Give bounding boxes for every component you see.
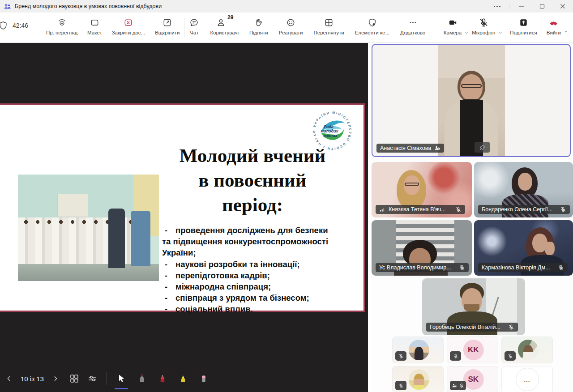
microphone-button[interactable]: Мікрофон	[472, 13, 495, 38]
mute-badge	[505, 351, 516, 361]
stop-sharing-button[interactable]: Закрити дос...	[112, 13, 145, 35]
mic-off-icon	[508, 324, 514, 330]
more-icon	[408, 17, 418, 28]
pointer-tool-button[interactable]	[116, 373, 127, 384]
participants-panel: Анастасія Сімахова Князєва Тетяна В'яч..…	[371, 43, 573, 392]
participants-button[interactable]: 29 Користувачі	[210, 13, 238, 35]
teams-meeting-window: Бренд молодого науковця в умовах повоєнн…	[0, 0, 573, 392]
avatar: SK	[463, 369, 483, 390]
participant-name-label: Кармазінова Вікторія Дм...	[478, 263, 568, 272]
chevron-down-icon[interactable]	[464, 13, 469, 38]
video-tile-spotlight[interactable]: Анастасія Сімахова	[372, 44, 571, 157]
view-icon	[324, 17, 334, 28]
mute-badge	[450, 381, 466, 390]
share-icon	[518, 17, 529, 28]
svg-text:молодих: молодих	[321, 129, 338, 133]
people-icon	[216, 17, 227, 28]
mini-tile[interactable]: KK	[447, 337, 498, 363]
active-tool-indicator	[115, 388, 128, 389]
window-controls	[487, 0, 573, 13]
react-button[interactable]: Реагувати	[279, 13, 303, 35]
meeting-toolbar: 42:46 Пр. перегляд Макет Закрити дос...	[0, 13, 573, 43]
video-tile[interactable]: Горобець Олексій Віталій...	[422, 278, 525, 335]
presenter-view-icon	[57, 17, 67, 28]
slide-controls-toolbar: 10 із 13	[5, 366, 209, 391]
mic-off-icon	[453, 354, 458, 359]
mini-tile[interactable]	[392, 366, 444, 392]
window-more-icon[interactable]	[487, 0, 507, 13]
unpin-icon	[162, 17, 172, 28]
slide-title: Молодий вчений в повоєнний період:	[147, 143, 358, 217]
participant-name-label: Ус Владислав Володимир...	[376, 263, 469, 272]
maximize-icon[interactable]	[532, 0, 552, 13]
raise-hand-button[interactable]: Підняти	[249, 13, 268, 35]
react-icon	[286, 17, 296, 28]
mic-off-icon	[459, 264, 465, 271]
overflow-indicator: ...	[516, 368, 539, 391]
eraser-tool-button[interactable]	[198, 373, 209, 384]
signal-icon	[379, 206, 385, 213]
powerpoint-slide: МІНІСТЕРСТВО ОСВІТИ І НАУКИ УКРАЇНИ Рада…	[0, 103, 365, 312]
pin-button[interactable]	[475, 142, 490, 153]
participant-name-label: Бондаренко Олена Сергії...	[478, 205, 570, 214]
video-tile[interactable]: Князєва Тетяна В'яч...	[372, 162, 472, 217]
chevron-down-icon[interactable]	[564, 13, 569, 35]
layout-button[interactable]: Макет	[87, 13, 102, 35]
laser-pointer-tool-button[interactable]	[137, 373, 147, 384]
view-button[interactable]: Переглянути	[313, 13, 344, 35]
chat-button[interactable]: Чат	[189, 13, 199, 35]
highlighter-tool-button[interactable]	[178, 373, 188, 384]
chevron-down-icon[interactable]	[498, 13, 503, 38]
teams-logo-icon	[4, 3, 11, 10]
mini-tile[interactable]: SK	[447, 366, 498, 392]
participant-count-badge: 29	[227, 14, 233, 21]
person-status-icon	[452, 383, 457, 388]
unpin-button[interactable]: Відкріпити	[155, 13, 180, 35]
mic-off-icon	[560, 206, 566, 213]
mute-badge	[450, 351, 461, 361]
avatar	[408, 340, 429, 360]
leave-button[interactable]: Вийти	[547, 13, 561, 35]
mic-off-icon	[558, 264, 564, 271]
mini-tile[interactable]	[501, 337, 553, 363]
more-button[interactable]: Додатково	[400, 13, 425, 35]
stop-sharing-icon	[123, 17, 133, 28]
mute-badge	[395, 381, 406, 390]
video-tile[interactable]: Кармазінова Вікторія Дм...	[474, 220, 573, 276]
device-controls: Камера Мікрофон Поділитися	[434, 13, 547, 38]
pen-tool-button[interactable]	[157, 373, 168, 384]
mute-badge	[395, 351, 406, 361]
pin-icon	[479, 144, 486, 151]
toolbar-divider	[184, 18, 184, 38]
window-controls-divider	[509, 3, 509, 9]
minimize-icon[interactable]	[511, 0, 532, 13]
mini-tile-overflow[interactable]: ...	[501, 366, 553, 392]
leave-call-icon	[548, 17, 559, 28]
svg-text:вчених: вчених	[323, 133, 338, 138]
slide-grid-view-button[interactable]	[69, 373, 80, 384]
slide-bullet-list: -проведення досліджень для безпеки та пі…	[160, 225, 361, 315]
share-button[interactable]: Поділитися	[510, 13, 537, 38]
close-icon[interactable]	[552, 0, 573, 13]
control-elements-icon	[367, 17, 377, 28]
previous-slide-button[interactable]	[5, 375, 13, 382]
video-tile[interactable]: Бондаренко Олена Сергії...	[474, 162, 573, 217]
control-elements-button[interactable]: Елементи ке...	[355, 13, 389, 35]
toolbar-divider	[439, 18, 439, 38]
raise-hand-icon	[253, 17, 264, 28]
slide-settings-sliders-button[interactable]	[87, 373, 98, 384]
svg-text:Рада: Рада	[324, 124, 334, 129]
meeting-actions: Чат 29 Користувачі Підняти	[189, 13, 425, 35]
presenter-view-button[interactable]: Пр. перегляд	[46, 13, 77, 35]
next-slide-button[interactable]	[52, 375, 59, 382]
participant-name-label: Князєва Тетяна В'яч...	[376, 205, 465, 214]
mic-off-icon	[479, 17, 489, 28]
participant-name-label: Горобець Олексій Віталій...	[426, 323, 518, 332]
mini-tile[interactable]	[392, 337, 444, 363]
presentation-controls: Пр. перегляд Макет Закрити дос... Відкрі…	[46, 13, 180, 35]
shield-icon	[0, 21, 8, 30]
video-tile[interactable]: Ус Владислав Володимир...	[372, 220, 472, 276]
meeting-timer: 42:46	[13, 22, 28, 29]
participant-name-label: Анастасія Сімахова	[376, 144, 444, 153]
camera-button[interactable]: Камера	[444, 13, 462, 38]
